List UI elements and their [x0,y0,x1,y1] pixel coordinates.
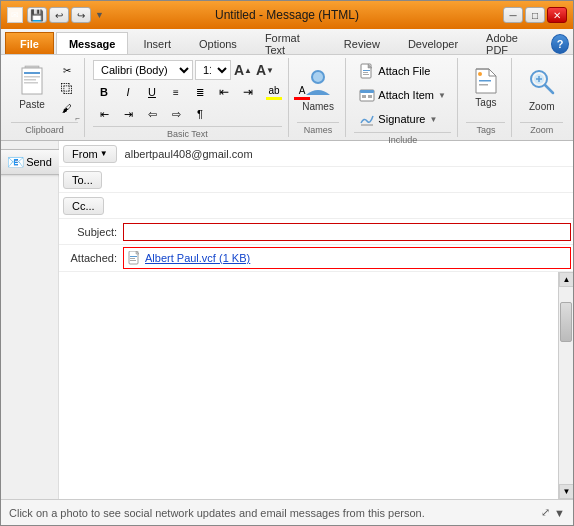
svg-rect-3 [24,76,40,78]
highlight-color-bar [266,97,282,100]
font-shrink-button[interactable]: A▼ [255,60,275,80]
font-grow-button[interactable]: A▲ [233,60,253,80]
ribbon-group-include: Attach File Attach Item ▼ [348,58,458,137]
tags-button[interactable]: Tags [463,60,509,113]
to-input[interactable] [106,172,573,188]
window-controls: ─ □ ✕ [503,7,567,23]
customize-quick-access-btn[interactable]: ▼ [93,9,106,21]
tags-icon [472,65,500,97]
cc-button[interactable]: Cc... [63,197,104,215]
font-row-3: ⇤ ⇥ ⇦ ⇨ ¶ [93,104,211,124]
svg-rect-5 [24,82,38,84]
decrease-indent-button[interactable]: ⇤ [213,82,235,102]
font-family-select[interactable]: Calibri (Body) [93,60,193,80]
svg-line-22 [545,85,553,93]
attach-item-arrow[interactable]: ▼ [438,91,446,100]
attachment-vcf-icon [128,251,142,265]
svg-rect-2 [24,72,40,74]
ribbon-group-clipboard: Paste ✂ ⿻ 🖌 Clipboard ⌐ [5,58,85,137]
ribbon-group-basic-text: Calibri (Body) 11 A▲ A▼ B I U ≡ ≣ ⇤ ⇥ [87,58,289,137]
underline-button[interactable]: U [141,82,163,102]
close-button[interactable]: ✕ [547,7,567,23]
paste-button[interactable]: Paste [11,60,53,113]
app-icon: ✉ [7,7,23,23]
tab-format-text[interactable]: Format Text [252,32,329,54]
clipboard-content: Paste ✂ ⿻ 🖌 [11,58,78,120]
zoom-label: Zoom [529,101,555,112]
zoom-button[interactable]: Zoom [517,60,567,117]
justify-button[interactable]: ⇨ [165,104,187,124]
attach-item-button[interactable]: Attach Item ▼ [354,84,451,106]
save-quick-btn[interactable]: 💾 [27,7,47,23]
from-button[interactable]: From ▼ [63,145,117,163]
attached-area: Albert Paul.vcf (1 KB) [123,247,571,269]
minimize-button[interactable]: ─ [503,7,523,23]
clipboard-expand-icon[interactable]: ⌐ [75,114,80,123]
signature-label: Signature [378,113,425,125]
attach-file-button[interactable]: Attach File [354,60,451,82]
tab-insert[interactable]: Insert [130,32,184,54]
tab-message[interactable]: Message [56,32,128,54]
rtl-button[interactable]: ¶ [189,104,211,124]
align-center-button[interactable]: ⇥ [117,104,139,124]
maximize-button[interactable]: □ [525,7,545,23]
svg-rect-26 [130,256,137,257]
signature-arrow[interactable]: ▼ [429,115,437,124]
to-button[interactable]: To... [63,171,102,189]
scroll-track [559,287,573,484]
tab-file[interactable]: File [5,32,54,54]
scroll-thumb[interactable] [560,302,572,342]
font-size-select[interactable]: 11 [195,60,231,80]
svg-rect-19 [479,84,488,86]
attachment-item[interactable]: Albert Paul.vcf (1 KB) [128,251,250,265]
ribbon-tabs: File Message Insert Options Format Text … [1,29,573,55]
attach-file-icon [359,63,375,79]
message-form: From ▼ albertpaul408@gmail.com To... Cc.… [59,141,573,499]
compose-area: ▲ ▼ [59,272,573,499]
signature-button[interactable]: Signature ▼ [354,108,451,130]
names-button[interactable]: Names [293,60,343,117]
cc-input[interactable] [108,198,573,214]
undo-quick-btn[interactable]: ↩ [49,7,69,23]
cut-button[interactable]: ✂ [55,61,79,79]
subject-input[interactable] [123,223,571,241]
svg-point-7 [313,72,323,82]
names-content: Names [297,58,340,120]
tab-review[interactable]: Review [331,32,393,54]
tab-options[interactable]: Options [186,32,250,54]
ribbon-group-tags: Tags Tags [460,58,512,137]
numbering-button[interactable]: ≣ [189,82,211,102]
help-button[interactable]: ? [551,34,569,54]
ribbon-group-zoom: Zoom Zoom [514,58,569,137]
redo-quick-btn[interactable]: ↪ [71,7,91,23]
align-left-button[interactable]: ⇤ [93,104,115,124]
vertical-scrollbar[interactable]: ▲ ▼ [558,272,573,499]
tags-group-label: Tags [466,122,505,137]
status-arrow-icon[interactable]: ▼ [554,507,565,519]
italic-button[interactable]: I [117,82,139,102]
copy-button[interactable]: ⿻ [55,80,79,98]
zoom-group-label: Zoom [520,122,563,137]
expand-icon[interactable]: ⤢ [541,506,550,519]
paste-icon [16,63,48,99]
basic-text-label: Basic Text [93,126,282,141]
highlight-button[interactable]: ab [261,82,287,102]
bullets-button[interactable]: ≡ [165,82,187,102]
increase-indent-button[interactable]: ⇥ [237,82,259,102]
tab-developer[interactable]: Developer [395,32,471,54]
tab-adobe-pdf[interactable]: Adobe PDF [473,32,549,54]
svg-rect-10 [363,72,368,73]
include-col: Attach File Attach Item ▼ [354,60,451,130]
scroll-up-button[interactable]: ▲ [559,272,573,287]
scroll-down-button[interactable]: ▼ [559,484,573,499]
bold-button[interactable]: B [93,82,115,102]
ribbon-group-names: Names Names [291,58,347,137]
align-right-button[interactable]: ⇦ [141,104,163,124]
paste-label: Paste [19,99,45,110]
svg-rect-27 [130,258,135,259]
zoom-icon [526,65,558,101]
attachment-name: Albert Paul.vcf (1 KB) [145,252,250,264]
main-body: 📧 Send From ▼ albertpaul408@gmail.com To… [1,141,573,499]
compose-textarea[interactable] [59,272,558,499]
send-button[interactable]: 📧 Send [1,149,63,175]
